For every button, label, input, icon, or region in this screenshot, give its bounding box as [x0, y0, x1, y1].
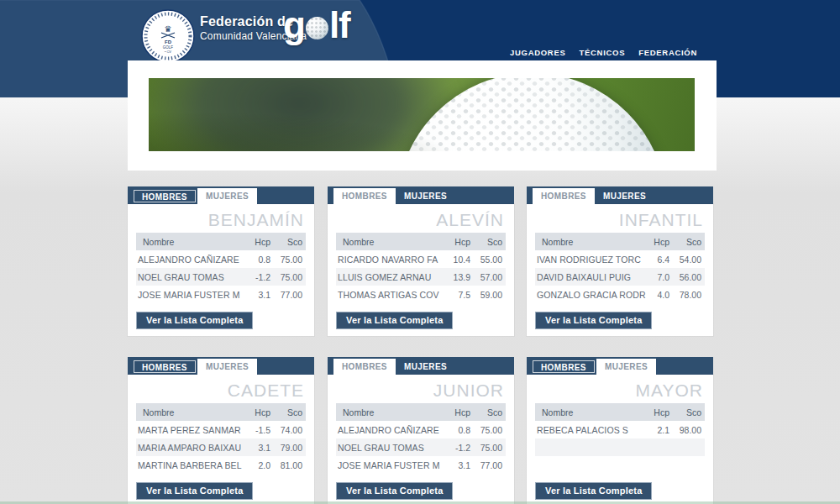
- cell-hcp: 4.0: [648, 286, 673, 303]
- card-body: ALEVÍN NombreHcpSco RICARDO NAVARRO FA10…: [328, 204, 514, 336]
- table-row: MARTINA BARBERA BEL2.081.00: [136, 456, 306, 474]
- table-header-row: NombreHcpSco: [535, 403, 705, 421]
- column-header-hcp: Hcp: [249, 233, 274, 250]
- view-full-list-button[interactable]: Ver la Lista Completa: [136, 482, 253, 500]
- cell-hcp: 0.8: [249, 250, 274, 268]
- cell-hcp: 3.1: [449, 456, 474, 474]
- cell-sco: 75.00: [274, 250, 306, 268]
- cell-name: NOEL GRAU TOMAS: [336, 438, 449, 456]
- tab-mujeres[interactable]: MUJERES: [595, 188, 654, 204]
- table-header-row: NombreHcpSco: [336, 403, 506, 421]
- cell-sco: 56.00: [673, 268, 705, 286]
- cell-name: ALEJANDRO CAÑIZARE: [136, 250, 249, 268]
- table-header-row: NombreHcpSco: [136, 233, 306, 250]
- column-header-nombre: Nombre: [535, 233, 648, 250]
- column-header-hcp: Hcp: [449, 233, 474, 250]
- card-body: MAYOR NombreHcpSco REBECA PALACIOS S2.19…: [527, 375, 713, 504]
- tab-hombres[interactable]: HOMBRES: [533, 188, 595, 204]
- nav-federacion[interactable]: FEDERACIÓN: [638, 48, 697, 57]
- cell-hcp: -1.2: [249, 268, 274, 286]
- table-row: MARIA AMPARO BAIXAU3.179.00: [136, 438, 306, 456]
- table-header-row: NombreHcpSco: [336, 233, 506, 250]
- cell-sco: 75.00: [274, 268, 306, 286]
- content-column: [128, 60, 717, 171]
- column-header-nombre: Nombre: [336, 403, 449, 421]
- table-row: NOEL GRAU TOMAS-1.275.00: [336, 438, 506, 456]
- column-header-hcp: Hcp: [249, 403, 274, 421]
- category-card: HOMBRESMUJERES MAYOR NombreHcpSco REBECA…: [527, 357, 713, 504]
- cell-name: MARIA AMPARO BAIXAU: [136, 438, 249, 456]
- view-full-list-button[interactable]: Ver la Lista Completa: [336, 312, 453, 329]
- ranking-table-area: NombreHcpSco IVAN RODRIGUEZ TORC6.454.00…: [535, 233, 705, 303]
- table-header-row: NombreHcpSco: [535, 233, 705, 250]
- cell-name: RICARDO NAVARRO FA: [336, 250, 449, 268]
- table-row: DAVID BAIXAULI PUIG7.056.00: [535, 268, 705, 286]
- wordmark-g: g: [283, 4, 305, 45]
- category-card: HOMBRESMUJERES CADETE NombreHcpSco MARTA…: [128, 357, 314, 504]
- cell-name: NOEL GRAU TOMAS: [136, 268, 249, 286]
- column-header-sco: Sco: [274, 233, 306, 250]
- view-full-list-button[interactable]: Ver la Lista Completa: [336, 482, 453, 500]
- card-title: ALEVÍN: [328, 204, 514, 233]
- cell-sco: 54.00: [673, 250, 705, 268]
- cell-hcp: [648, 438, 673, 456]
- tab-mujeres[interactable]: MUJERES: [396, 359, 455, 375]
- ranking-table-area: NombreHcpSco ALEJANDRO CAÑIZARE0.875.00N…: [336, 403, 506, 474]
- page: { "header": { "brand_line1": "Federación…: [0, 0, 840, 504]
- tab-hombres[interactable]: HOMBRES: [134, 360, 196, 373]
- column-header-sco: Sco: [474, 233, 506, 250]
- cell-name: [535, 438, 648, 456]
- nav-jugadores[interactable]: JUGADORES: [510, 48, 565, 57]
- svg-text:• CV: • CV: [165, 50, 171, 54]
- cell-hcp: -1.2: [449, 438, 474, 456]
- card-tabbar: HOMBRESMUJERES: [128, 186, 314, 204]
- table-body: RICARDO NAVARRO FA10.455.00LLUIS GOMEZ A…: [336, 250, 506, 303]
- tab-mujeres[interactable]: MUJERES: [197, 359, 257, 375]
- cell-sco: [673, 438, 705, 456]
- nav-tecnicos[interactable]: TÉCNICOS: [580, 48, 626, 57]
- cell-hcp: 6.4: [648, 250, 673, 268]
- column-header-nombre: Nombre: [136, 233, 249, 250]
- tab-hombres[interactable]: HOMBRES: [533, 360, 595, 373]
- tab-hombres[interactable]: HOMBRES: [333, 188, 396, 204]
- card-title: MAYOR: [527, 375, 713, 403]
- cell-sco: 55.00: [474, 250, 506, 268]
- cell-sco: 78.00: [673, 286, 705, 303]
- cell-hcp: 0.8: [449, 421, 474, 438]
- table-row: ALEJANDRO CAÑIZARE0.875.00: [136, 250, 306, 268]
- table-row: JOSE MARIA FUSTER M3.177.00: [336, 456, 506, 474]
- tab-mujeres[interactable]: MUJERES: [197, 188, 257, 204]
- card-body: CADETE NombreHcpSco MARTA PEREZ SANMAR-1…: [128, 375, 314, 504]
- view-full-list-button[interactable]: Ver la Lista Completa: [535, 482, 652, 500]
- tab-mujeres[interactable]: MUJERES: [396, 188, 455, 204]
- view-full-list-button[interactable]: Ver la Lista Completa: [535, 312, 652, 329]
- card-tabbar: HOMBRESMUJERES: [527, 357, 713, 375]
- cell-hcp: 2.1: [648, 421, 673, 438]
- table-body: IVAN RODRIGUEZ TORC6.454.00DAVID BAIXAUL…: [535, 250, 705, 303]
- table-row: MARTA PEREZ SANMAR-1.574.00: [136, 421, 306, 438]
- cell-hcp: 2.0: [249, 456, 274, 474]
- ranking-table: NombreHcpSco IVAN RODRIGUEZ TORC6.454.00…: [535, 233, 705, 303]
- ranking-table-area: NombreHcpSco REBECA PALACIOS S2.198.00: [535, 403, 705, 474]
- view-full-list-button[interactable]: Ver la Lista Completa: [136, 312, 253, 329]
- ranking-table: NombreHcpSco RICARDO NAVARRO FA10.455.00…: [336, 233, 506, 303]
- table-row: LLUIS GOMEZ ARNAU13.957.00: [336, 268, 506, 286]
- tab-mujeres[interactable]: MUJERES: [596, 359, 656, 375]
- cell-sco: 98.00: [673, 421, 705, 438]
- card-tabbar: HOMBRESMUJERES: [128, 357, 314, 375]
- cell-sco: 77.00: [474, 456, 506, 474]
- golf-ball-o-icon: [306, 17, 328, 39]
- cell-name: DAVID BAIXAULI PUIG: [535, 268, 648, 286]
- table-row: JOSE MARIA FUSTER M3.177.00: [136, 286, 306, 303]
- banner-vignette: [149, 78, 695, 151]
- cell-hcp: 13.9: [449, 268, 474, 286]
- tab-hombres[interactable]: HOMBRES: [333, 359, 396, 375]
- card-title: CADETE: [128, 375, 314, 403]
- category-card: HOMBRESMUJERES BENJAMÍN NombreHcpSco ALE…: [128, 186, 314, 336]
- table-row: RICARDO NAVARRO FA10.455.00: [336, 250, 506, 268]
- tab-hombres[interactable]: HOMBRES: [134, 190, 196, 202]
- wordmark-lf: lf: [329, 4, 350, 45]
- cell-name: ALEJANDRO CAÑIZARE: [336, 421, 449, 438]
- cell-sco: 75.00: [474, 421, 506, 438]
- ranking-table-area: NombreHcpSco RICARDO NAVARRO FA10.455.00…: [336, 233, 506, 303]
